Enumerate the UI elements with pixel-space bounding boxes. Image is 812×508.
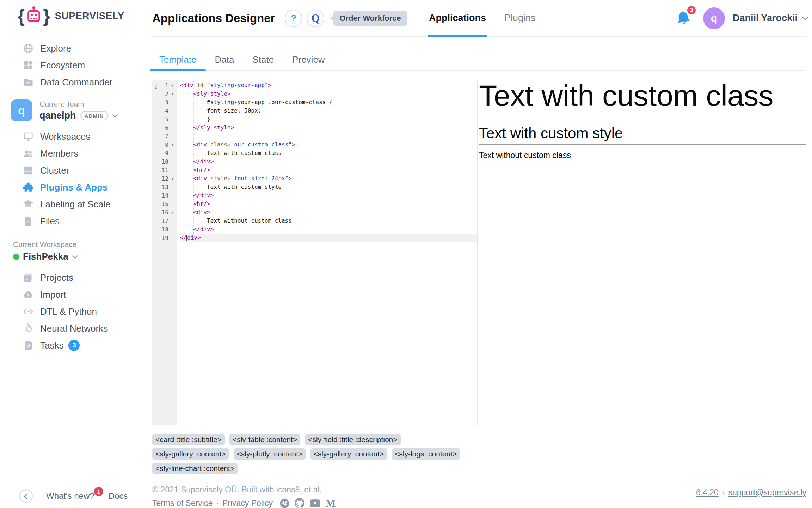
sidebar-item-workspaces[interactable]: Workspaces: [0, 128, 137, 145]
line-number[interactable]: 17: [152, 217, 177, 225]
whats-new-link[interactable]: What's new? 1: [46, 491, 94, 501]
snippet-chip[interactable]: <sly-line-chart :content>: [152, 463, 238, 474]
fold-toggle-icon[interactable]: ▾: [168, 176, 177, 181]
line-number[interactable]: 8▾: [152, 140, 177, 149]
snippet-chip[interactable]: <sly-logs :content>: [392, 448, 460, 460]
tab-template[interactable]: Template: [150, 50, 206, 70]
snippet-chip[interactable]: <sly-table :content>: [229, 434, 300, 445]
tasks-count-badge: 3: [68, 340, 80, 351]
code-line[interactable]: #styling-your-app .our-custom-class {: [180, 98, 477, 107]
snippet-chip[interactable]: <sly-plotly :content>: [234, 448, 306, 460]
version-link[interactable]: 6.4.20: [696, 488, 719, 497]
code-line[interactable]: </div>: [180, 234, 477, 242]
tab-state[interactable]: State: [243, 50, 283, 70]
line-number[interactable]: 13: [152, 183, 177, 191]
sidebar-item-labeling-at-scale[interactable]: Labeling at Scale: [0, 196, 137, 213]
snippet-chip[interactable]: <sly-gallery :content>: [310, 448, 387, 460]
code-line[interactable]: </div>: [180, 191, 477, 200]
code-line[interactable]: </sly-style>: [180, 123, 477, 132]
fold-toggle-icon[interactable]: ▾: [168, 92, 177, 96]
code-line[interactable]: Text with custom class: [180, 149, 477, 157]
user-name[interactable]: Daniil Yarockii: [733, 13, 798, 24]
help-button[interactable]: ?: [285, 10, 302, 27]
order-workforce-badge[interactable]: Order Workforce: [333, 11, 407, 26]
tab-plugins[interactable]: Plugins: [504, 0, 536, 36]
current-workspace-label: Current Workspace: [13, 240, 137, 249]
line-number[interactable]: 2▾: [152, 90, 177, 98]
sidebar-item-explore[interactable]: Explore: [0, 40, 137, 57]
sidebar-item-label: Plugins & Apps: [40, 182, 107, 193]
line-number[interactable]: 11: [152, 166, 177, 174]
snippet-chip[interactable]: <card :title :subtitle>: [152, 434, 225, 445]
fold-toggle-icon[interactable]: ▾: [168, 210, 177, 215]
code-line[interactable]: <div>: [180, 208, 477, 217]
sidebar-item-plugins-apps[interactable]: Plugins & Apps: [0, 179, 137, 196]
line-number[interactable]: 15: [152, 200, 177, 208]
snippet-chip[interactable]: <sly-field :title :description>: [305, 434, 400, 445]
privacy-link[interactable]: Privacy Policy: [222, 498, 273, 508]
tab-applications[interactable]: Applications: [428, 0, 487, 36]
sidebar-item-neural-networks[interactable]: Neural Networks: [0, 320, 137, 337]
sidebar-item-import[interactable]: Import: [0, 286, 137, 303]
support-email-link[interactable]: support@supervise.ly: [728, 488, 807, 497]
supervisely-logo[interactable]: { } SUPERVISELY: [18, 6, 137, 25]
header: Applications Designer ? Q Order Workforc…: [152, 0, 806, 37]
sidebar: { } SUPERVISELY: [0, 0, 137, 508]
sidebar-item-tasks[interactable]: Tasks 3: [0, 337, 137, 354]
line-number[interactable]: 6: [152, 123, 177, 132]
user-avatar[interactable]: q: [703, 7, 725, 29]
current-team-selector[interactable]: q Current Team qanelph ADMIN: [11, 99, 137, 121]
line-number[interactable]: 12▾: [152, 174, 177, 183]
line-number[interactable]: 5: [152, 115, 177, 123]
code-line[interactable]: }: [180, 115, 477, 123]
line-number[interactable]: 4: [152, 107, 177, 115]
medium-icon[interactable]: M: [326, 498, 336, 508]
line-number[interactable]: 9: [152, 149, 177, 157]
github-icon[interactable]: [295, 498, 304, 508]
line-number[interactable]: 18: [152, 225, 177, 234]
code-line[interactable]: <div class="our-custom-class">: [180, 140, 477, 149]
line-number[interactable]: 16▾: [152, 208, 177, 217]
code-line[interactable]: <sly-style>: [180, 90, 477, 98]
current-workspace-selector[interactable]: FishPekka: [13, 251, 137, 262]
code-line[interactable]: </div>: [180, 157, 477, 166]
code-line[interactable]: </div>: [180, 225, 477, 234]
code-line[interactable]: <div style="font-size: 24px">: [180, 174, 477, 183]
tab-data[interactable]: Data: [206, 50, 244, 70]
sidebar-item-dtl-python[interactable]: DTL & Python: [0, 303, 137, 320]
sidebar-item-files[interactable]: Files: [0, 213, 137, 230]
notifications-button[interactable]: 3: [676, 10, 691, 27]
preview-divider: [479, 119, 806, 119]
code-line[interactable]: <hr/>: [180, 200, 477, 208]
sidebar-item-data-commander[interactable]: Data Commander: [0, 74, 137, 91]
code-line[interactable]: <div id="styling-your-app">: [180, 81, 477, 90]
line-number[interactable]: 7: [152, 132, 177, 140]
tab-preview[interactable]: Preview: [283, 50, 334, 70]
code-line[interactable]: Text with custom style: [180, 183, 477, 191]
code-area[interactable]: <div id="styling-your-app"> <sly-style> …: [177, 80, 477, 425]
code-line[interactable]: <hr/>: [180, 166, 477, 174]
footer: © 2021 Supervisely OÜ. Built with icons8…: [152, 477, 806, 508]
sidebar-item-ecosystem[interactable]: Ecosystem: [0, 57, 137, 74]
code-editor[interactable]: i 1▾2▾345678▾9101112▾13141516▾171819 <di…: [152, 80, 478, 425]
code-line[interactable]: font-size: 50px;: [180, 107, 477, 115]
code-line[interactable]: Text without custom class: [180, 217, 477, 225]
sidebar-item-cluster[interactable]: Cluster: [0, 162, 137, 179]
sidebar-item-projects[interactable]: Projects: [0, 269, 137, 286]
fold-toggle-icon[interactable]: ▾: [168, 143, 177, 147]
fold-toggle-icon[interactable]: ▾: [168, 83, 177, 88]
snippet-chip[interactable]: <sly-gallery :content>: [152, 448, 229, 460]
slack-icon[interactable]: [280, 498, 289, 508]
collapse-sidebar-button[interactable]: [19, 489, 33, 503]
youtube-icon[interactable]: [310, 499, 320, 507]
sidebar-item-members[interactable]: Members: [0, 145, 137, 162]
sidebar-item-label: Workspaces: [40, 131, 91, 142]
line-number[interactable]: 10: [152, 157, 177, 166]
line-number[interactable]: 3: [152, 98, 177, 107]
line-number[interactable]: 14: [152, 191, 177, 200]
q-button[interactable]: Q: [307, 10, 324, 27]
code-line[interactable]: [180, 132, 477, 140]
terms-link[interactable]: Terms of Service: [152, 498, 213, 508]
line-number[interactable]: 19: [152, 234, 177, 242]
docs-link[interactable]: Docs: [109, 491, 128, 501]
